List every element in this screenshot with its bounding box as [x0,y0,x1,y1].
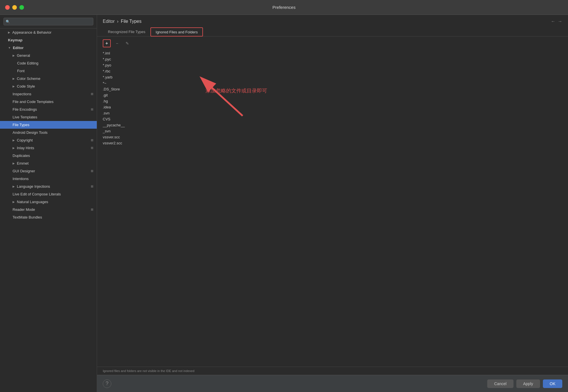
list-item[interactable]: *.yarb [103,74,562,80]
list-item[interactable]: .git [103,92,562,98]
content-area: Editor › File Types ← → Recognized File … [97,15,568,392]
sidebar-item-android-design-tools[interactable]: Android Design Tools [0,129,97,136]
sidebar-item-label: Editor [13,46,24,50]
sidebar-item-color-scheme[interactable]: ▶ Color Scheme [0,75,97,82]
chevron-right-icon: ▶ [13,85,15,88]
sidebar-item-label: Live Templates [13,115,37,119]
sidebar-item-language-injections[interactable]: ▶ Language Injections ⊞ [0,183,97,190]
add-button[interactable]: + [103,39,111,47]
sidebar-item-label: Copyright [17,138,33,142]
chevron-right-icon: ▶ [13,200,15,203]
tabs-bar: Recognized File Types Ignored Files and … [97,24,568,37]
sidebar-item-live-edit-compose[interactable]: Live Edit of Compose Literals [0,190,97,198]
search-bar: 🔍 [0,15,97,29]
sidebar-item-label: Inlay Hints [17,146,34,150]
sidebar-item-general[interactable]: ▶ General [0,52,97,59]
sidebar-item-file-code-templates[interactable]: File and Code Templates [0,98,97,106]
traffic-lights [5,5,24,10]
gear-icon: ⊞ [91,146,93,150]
sidebar-item-emmet[interactable]: ▶ Emmet [0,159,97,167]
sidebar-item-label: Duplicates [13,153,30,158]
sidebar-item-label: Android Design Tools [13,130,48,135]
titlebar: Preferences [0,0,568,15]
list-item[interactable]: *~ [103,80,562,86]
gear-icon: ⊞ [91,185,93,188]
ok-button[interactable]: OK [543,379,562,388]
list-item[interactable]: vssver2.scc [103,140,562,146]
apply-button[interactable]: Apply [516,379,540,388]
main-layout: 🔍 ▶ Appearance & Behavior Keymap ▼ Edito… [0,15,568,392]
chevron-right-icon: ▶ [13,139,15,142]
sidebar-item-reader-mode[interactable]: Reader Mode ⊞ [0,206,97,213]
close-button[interactable] [5,5,10,10]
cancel-button[interactable]: Cancel [487,379,513,388]
search-icon: 🔍 [6,20,10,24]
back-arrow-icon[interactable]: ← [551,19,555,24]
tab-ignored[interactable]: Ignored Files and Folders [150,27,203,37]
list-item[interactable]: _svn [103,128,562,134]
list-item[interactable]: __pycache__ [103,122,562,128]
gear-icon: ⊞ [91,208,93,211]
sidebar-item-label: Emmet [17,161,29,165]
sidebar-item-keymap[interactable]: Keymap [0,36,97,44]
sidebar-item-file-types[interactable]: File Types [0,121,97,129]
list-item[interactable]: .svn [103,110,562,116]
sidebar-item-copyright[interactable]: ▶ Copyright ⊞ [0,136,97,144]
list-item[interactable]: CVS [103,116,562,122]
sidebar-item-natural-languages[interactable]: ▶ Natural Languages [0,198,97,206]
sidebar-item-intentions[interactable]: Intentions [0,175,97,183]
maximize-button[interactable] [19,5,24,10]
list-item[interactable]: .hg [103,98,562,104]
list-item[interactable]: *.rbc [103,68,562,74]
sidebar-item-label: Code Style [17,84,35,88]
sidebar-item-label: Intentions [13,177,29,181]
list-item[interactable]: *.pyo [103,62,562,68]
chevron-right-icon: ▶ [13,162,15,165]
sidebar-item-label: File Encodings [13,107,37,112]
remove-button[interactable]: − [113,39,121,47]
bottom-bar: ? Cancel Apply OK [97,375,568,392]
chevron-right-icon: ▶ [13,77,15,80]
sidebar-item-editor[interactable]: ▼ Editor [0,44,97,52]
status-bar: Ignored files and folders are not visibl… [97,367,568,375]
list-item[interactable]: .DS_Store [103,86,562,92]
list-item[interactable]: .idea [103,104,562,110]
toolbar: + − ✎ [97,37,568,50]
gear-icon: ⊞ [91,169,93,173]
minimize-button[interactable] [12,5,17,10]
search-input[interactable] [3,18,93,25]
chevron-right-icon: ▶ [8,31,10,34]
sidebar-scroll[interactable]: ▶ Appearance & Behavior Keymap ▼ Editor … [0,29,97,392]
breadcrumb: Editor › File Types [103,19,142,24]
gear-icon: ⊞ [91,92,93,96]
sidebar-item-file-encodings[interactable]: File Encodings ⊞ [0,106,97,113]
sidebar-item-code-editing[interactable]: Code Editing [0,59,97,67]
status-text: Ignored files and folders are not visibl… [103,369,194,373]
sidebar-item-inspections[interactable]: Inspections ⊞ [0,90,97,98]
sidebar-item-label: Code Editing [17,61,38,65]
sidebar-item-font[interactable]: Font [0,67,97,75]
help-button[interactable]: ? [103,379,111,388]
sidebar-item-inlay-hints[interactable]: ▶ Inlay Hints ⊞ [0,144,97,152]
sidebar-item-label: Language Injections [17,184,50,189]
list-item[interactable]: vssver.scc [103,134,562,140]
sidebar-item-live-templates[interactable]: Live Templates [0,113,97,121]
sidebar-item-gui-designer[interactable]: GUI Designer ⊞ [0,167,97,175]
sidebar-item-label: General [17,53,30,58]
tab-recognized[interactable]: Recognized File Types [103,27,150,36]
sidebar-item-label: Keymap [8,38,23,42]
forward-arrow-icon[interactable]: → [558,19,562,24]
list-item[interactable]: *.iml [103,50,562,56]
list-item[interactable]: *.pyc [103,56,562,62]
file-list: *.iml*.pyc*.pyo*.rbc*.yarb*~.DS_Store.gi… [103,50,562,146]
edit-button[interactable]: ✎ [123,39,131,47]
sidebar-item-code-style[interactable]: ▶ Code Style [0,82,97,90]
sidebar-item-label: Appearance & Behavior [12,30,51,35]
window-title: Preferences [273,5,296,10]
sidebar-item-duplicates[interactable]: Duplicates [0,152,97,159]
sidebar-item-label: File and Code Templates [13,100,54,104]
sidebar-item-appearance[interactable]: ▶ Appearance & Behavior [0,29,97,36]
sidebar-item-textmate-bundles[interactable]: TextMate Bundles [0,213,97,221]
sidebar-item-label: Color Scheme [17,76,40,81]
sidebar-item-label: GUI Designer [13,169,35,173]
